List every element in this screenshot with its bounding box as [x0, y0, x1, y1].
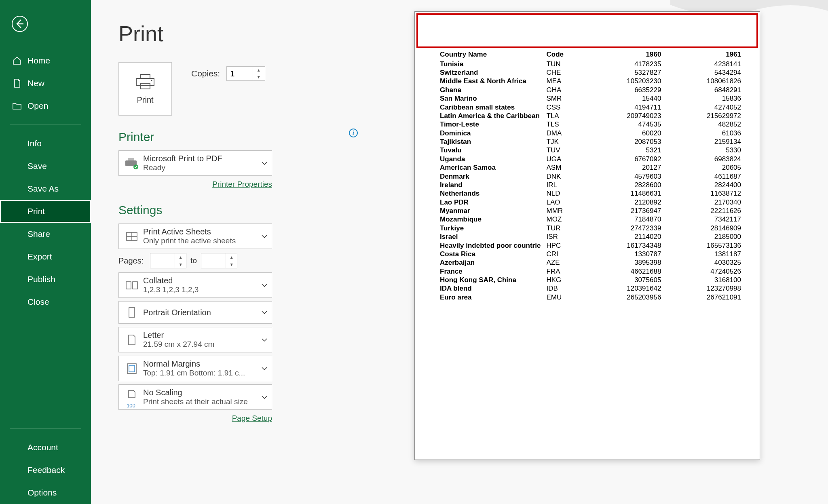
cell-code: EMU — [547, 293, 584, 302]
cell-1960: 161734348 — [584, 241, 664, 250]
cell-1961: 2170340 — [663, 198, 744, 207]
table-row: NetherlandsNLD1148663111638712 — [440, 190, 744, 198]
table-row: Lao PDRLAO21208922170340 — [440, 198, 744, 207]
scaling-line2: Print sheets at their actual size — [143, 397, 261, 406]
cell-code: TJK — [547, 137, 584, 146]
cell-code: HKG — [547, 276, 584, 284]
cell-country-name: Latin America & the Caribbean — [440, 112, 547, 120]
cell-1961: 108061826 — [663, 77, 744, 86]
pages-to-spinner[interactable]: ▲▼ — [201, 253, 237, 268]
printer-info-icon[interactable]: i — [349, 129, 358, 137]
cell-code: AZE — [547, 259, 584, 267]
cell-country-name: Switzerland — [440, 68, 547, 77]
cell-1961: 4274052 — [663, 103, 744, 112]
cell-code: NLD — [547, 190, 584, 198]
spin-down-icon[interactable]: ▼ — [175, 261, 186, 268]
sidebar-item-save-as[interactable]: Save As — [0, 177, 91, 200]
cell-1960: 1330787 — [584, 250, 664, 258]
table-row: IrelandIRL28286002824400 — [440, 181, 744, 189]
cell-country-name: Azerbaijan — [440, 259, 547, 267]
cell-country-name: Tajikistan — [440, 137, 547, 146]
copies-spin-up[interactable]: ▲ — [253, 67, 264, 74]
cell-1960: 5327827 — [584, 68, 664, 77]
copies-spin-down[interactable]: ▼ — [253, 74, 264, 80]
svg-rect-14 — [129, 308, 135, 317]
cell-code: ISR — [547, 233, 584, 241]
page-setup-link[interactable]: Page Setup — [232, 414, 272, 422]
copies-input[interactable] — [227, 67, 253, 80]
print-what-line2: Only print the active sheets — [143, 236, 261, 245]
sidebar-item-print[interactable]: Print — [0, 200, 91, 223]
cell-country-name: San Marino — [440, 95, 547, 103]
cell-1961: 7342117 — [663, 215, 744, 224]
cell-1960: 105203230 — [584, 77, 664, 86]
svg-rect-13 — [133, 282, 137, 289]
sidebar-item-publish[interactable]: Publish — [0, 268, 91, 291]
print-what-line1: Print Active Sheets — [143, 227, 261, 236]
collation-dropdown[interactable]: Collated 1,2,3 1,2,3 1,2,3 — [118, 272, 272, 298]
sidebar-item-info[interactable]: Info — [0, 132, 91, 155]
scaling-dropdown[interactable]: 100 No Scaling Print sheets at their act… — [118, 384, 272, 410]
cell-1961: 2185000 — [663, 233, 744, 241]
arrow-left-circle-icon — [11, 15, 28, 32]
cell-1960: 6767092 — [584, 155, 664, 163]
cell-1961: 20605 — [663, 164, 744, 172]
cell-code: MMR — [547, 207, 584, 215]
spin-up-icon[interactable]: ▲ — [175, 253, 186, 261]
back-button[interactable] — [11, 15, 28, 32]
chevron-down-icon — [261, 394, 268, 401]
table-row: DominicaDMA6002061036 — [440, 129, 744, 137]
table-row: Costa RicaCRI13307871381187 — [440, 250, 744, 258]
spin-down-icon[interactable]: ▼ — [226, 261, 237, 268]
sidebar-item-account[interactable]: Account — [0, 436, 91, 459]
cell-1961: 2159134 — [663, 137, 744, 146]
printer-properties-link[interactable]: Printer Properties — [212, 180, 272, 188]
printer-status-icon — [123, 157, 141, 169]
orientation-dropdown[interactable]: Portrait Orientation — [118, 301, 272, 324]
printer-dropdown[interactable]: Microsoft Print to PDF Ready — [118, 150, 272, 176]
paper-size-dropdown[interactable]: Letter 21.59 cm x 27.94 cm — [118, 327, 272, 352]
table-row: Euro areaEMU265203956267621091 — [440, 293, 744, 302]
sidebar-item-open[interactable]: Open — [0, 95, 91, 117]
table-row: Timor-LesteTLS474535482852 — [440, 120, 744, 129]
pages-from-input[interactable] — [150, 253, 175, 268]
margins-dropdown[interactable]: Normal Margins Top: 1.91 cm Bottom: 1.91… — [118, 356, 272, 381]
margins-line2: Top: 1.91 cm Bottom: 1.91 c... — [143, 369, 261, 377]
sidebar-item-save[interactable]: Save — [0, 155, 91, 177]
copies-spinner[interactable]: ▲ ▼ — [226, 66, 265, 81]
cell-1961: 6983824 — [663, 155, 744, 163]
sidebar-item-close[interactable]: Close — [0, 291, 91, 313]
print-button[interactable]: Print — [118, 62, 172, 116]
table-row: IDA blendIDB120391642123270998 — [440, 285, 744, 293]
sidebar-item-share[interactable]: Share — [0, 223, 91, 245]
cell-1960: 4194711 — [584, 103, 664, 112]
cell-code: ASM — [547, 164, 584, 172]
margins-icon — [123, 363, 141, 375]
sidebar-item-new[interactable]: New — [0, 72, 91, 95]
cell-1961: 15836 — [663, 95, 744, 103]
sidebar-item-options[interactable]: Options — [0, 481, 91, 504]
cell-code: CSS — [547, 103, 584, 112]
cell-code: UGA — [547, 155, 584, 163]
cell-1960: 209749023 — [584, 112, 664, 120]
pages-to-input[interactable] — [201, 253, 226, 268]
cell-1960: 2114020 — [584, 233, 664, 241]
cell-1960: 3895398 — [584, 259, 664, 267]
spin-up-icon[interactable]: ▲ — [226, 253, 237, 261]
sidebar-item-label: Print — [27, 207, 45, 216]
folder-open-icon — [12, 101, 22, 111]
table-row: Middle East & North AfricaMEA10520323010… — [440, 77, 744, 86]
sidebar-item-home[interactable]: Home — [0, 49, 91, 72]
cell-1961: 6848291 — [663, 86, 744, 94]
print-what-dropdown[interactable]: Print Active Sheets Only print the activ… — [118, 224, 272, 249]
pages-from-spinner[interactable]: ▲▼ — [150, 253, 186, 268]
cell-1961: 215629972 — [663, 112, 744, 120]
cell-code: DMA — [547, 129, 584, 137]
margins-line1: Normal Margins — [143, 359, 261, 369]
sidebar-item-export[interactable]: Export — [0, 245, 91, 268]
main-content: Print Print Copies: ▲ ▼ — [91, 0, 828, 504]
sidebar-divider — [10, 124, 81, 125]
sidebar-item-feedback[interactable]: Feedback — [0, 459, 91, 481]
table-row: MyanmarMMR2173694722211626 — [440, 207, 744, 215]
col-header-1960: 1960 — [584, 51, 664, 60]
